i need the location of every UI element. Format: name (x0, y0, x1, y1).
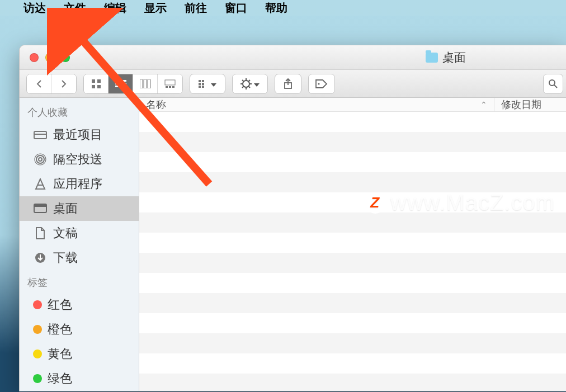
menubar: 访达 文件 编辑 显示 前往 窗口 帮助 (0, 0, 566, 16)
svg-rect-13 (166, 86, 168, 88)
nav-buttons (26, 74, 77, 94)
chevron-down-icon (254, 79, 260, 89)
menu-window[interactable]: 窗口 (225, 1, 247, 16)
menu-go[interactable]: 前往 (185, 1, 207, 16)
svg-rect-21 (202, 86, 204, 88)
tag-dot-icon (33, 300, 42, 309)
svg-rect-36 (34, 131, 46, 139)
column-view-button[interactable] (133, 74, 158, 93)
svg-rect-7 (115, 83, 126, 84)
sidebar-item-label: 文稿 (53, 225, 78, 242)
list-view-button[interactable] (109, 74, 133, 93)
documents-icon (33, 227, 48, 239)
share-button[interactable] (275, 74, 301, 94)
tags-button[interactable] (308, 74, 335, 94)
svg-rect-18 (199, 86, 201, 88)
menu-edit[interactable]: 编辑 (104, 1, 126, 16)
list-row (139, 112, 566, 132)
svg-rect-3 (97, 79, 101, 83)
svg-rect-5 (97, 85, 101, 88)
forward-button[interactable] (51, 74, 76, 93)
sidebar: 个人收藏 最近项目 隔空投送 应用程序 桌面 文稿 (20, 98, 139, 391)
list-row (139, 273, 566, 293)
svg-rect-9 (140, 79, 143, 88)
svg-rect-15 (172, 86, 174, 88)
window-title: 桌面 (426, 50, 466, 65)
search-button[interactable] (543, 74, 563, 94)
sidebar-item-label: 桌面 (53, 200, 78, 217)
sidebar-favorites-header: 个人收藏 (20, 100, 139, 122)
svg-rect-12 (165, 80, 175, 85)
column-name-label: 名称 (146, 98, 166, 111)
file-list[interactable] (139, 112, 566, 391)
list-row (139, 313, 566, 333)
tag-dot-icon (33, 374, 42, 383)
svg-point-39 (36, 155, 44, 163)
svg-line-29 (242, 86, 244, 88)
applications-icon (33, 178, 48, 190)
tag-dot-icon (33, 325, 42, 334)
svg-rect-8 (115, 86, 126, 87)
list-row (139, 253, 566, 273)
titlebar[interactable]: 桌面 (20, 45, 566, 70)
minimize-button[interactable] (45, 53, 54, 62)
svg-rect-14 (169, 86, 171, 88)
list-row (139, 152, 566, 172)
column-date-label: 修改日期 (501, 99, 541, 110)
gallery-view-button[interactable] (158, 74, 182, 93)
svg-point-34 (549, 80, 555, 86)
svg-rect-11 (148, 79, 150, 88)
sidebar-item-label: 橙色 (48, 321, 72, 338)
downloads-icon (33, 252, 48, 264)
menu-view[interactable]: 显示 (144, 1, 167, 16)
column-name-header[interactable]: 名称 ⌃ (139, 98, 494, 111)
icon-view-button[interactable] (84, 74, 109, 93)
list-row (139, 212, 566, 233)
traffic-lights (20, 53, 70, 62)
close-button[interactable] (30, 53, 39, 62)
menu-finder[interactable]: 访达 (23, 1, 46, 16)
sidebar-item-label: 最近项目 (53, 126, 102, 143)
sidebar-item-downloads[interactable]: 下载 (20, 245, 139, 270)
group-button[interactable] (190, 74, 225, 94)
zoom-button[interactable] (61, 53, 70, 62)
svg-rect-2 (92, 79, 95, 83)
list-row (139, 333, 566, 353)
sidebar-tag-yellow[interactable]: 黄色 (20, 342, 139, 366)
svg-rect-17 (199, 83, 201, 85)
sidebar-tag-red[interactable]: 红色 (20, 292, 139, 317)
svg-rect-43 (34, 204, 46, 207)
sidebar-item-label: 黄色 (48, 346, 72, 362)
menu-help[interactable]: 帮助 (265, 1, 287, 16)
sidebar-item-documents[interactable]: 文稿 (20, 221, 139, 245)
column-headers: 名称 ⌃ 修改日期 (139, 98, 566, 112)
svg-rect-19 (202, 80, 204, 82)
sidebar-item-label: 绿色 (48, 370, 72, 387)
svg-rect-10 (144, 79, 147, 88)
svg-line-30 (248, 80, 250, 82)
svg-rect-6 (115, 80, 126, 82)
action-button[interactable] (232, 74, 268, 94)
list-row (139, 353, 566, 374)
sidebar-tags-header: 标签 (20, 270, 139, 292)
sidebar-item-desktop[interactable]: 桌面 (20, 196, 139, 221)
sidebar-tag-orange[interactable]: 橙色 (20, 317, 139, 342)
svg-point-33 (318, 83, 319, 84)
svg-line-27 (242, 80, 244, 82)
column-date-header[interactable]: 修改日期 (494, 98, 566, 111)
watermark-logo-icon: Z (365, 192, 386, 214)
sidebar-item-airdrop[interactable]: 隔空投送 (20, 147, 139, 172)
watermark-text: www.MacZ.com (390, 190, 555, 215)
view-mode-buttons (83, 74, 183, 94)
sidebar-item-recents[interactable]: 最近项目 (20, 122, 139, 147)
tag-dot-icon (33, 350, 42, 358)
sidebar-tag-green[interactable]: 绿色 (20, 366, 139, 391)
sort-indicator-icon: ⌃ (480, 100, 487, 109)
toolbar (20, 70, 566, 98)
folder-icon (426, 53, 438, 63)
svg-rect-20 (202, 83, 204, 85)
sidebar-item-applications[interactable]: 应用程序 (20, 172, 139, 196)
menu-file[interactable]: 文件 (64, 1, 86, 16)
back-button[interactable] (27, 74, 51, 93)
list-row (139, 374, 566, 391)
